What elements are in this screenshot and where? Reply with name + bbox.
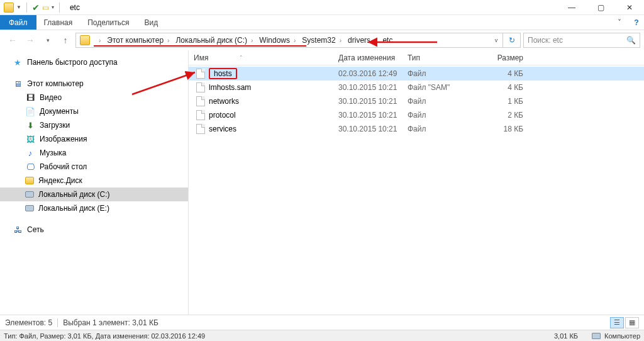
folder-icon <box>25 177 34 184</box>
sidebar-item-label: Документы <box>40 107 79 116</box>
sidebar-item-label: Яндекс.Диск <box>38 176 82 185</box>
sidebar-item-documents[interactable]: 📄Документы <box>0 104 188 118</box>
sidebar-item-downloads[interactable]: ⬇Загрузки <box>0 118 188 132</box>
file-type: Файл <box>402 111 472 120</box>
ribbon-tabs: Файл Главная Поделиться Вид ˅ ? <box>0 15 644 30</box>
new-folder-icon[interactable]: ▭ <box>42 3 49 12</box>
search-icon: 🔍 <box>626 36 636 45</box>
annotation-underline <box>94 45 306 47</box>
window-title: etc <box>70 3 80 12</box>
sidebar-item-local-disk-c[interactable]: Локальный диск (C:) <box>0 187 188 201</box>
view-large-icons-button[interactable]: ▦ <box>625 317 639 328</box>
file-date: 30.10.2015 10:21 <box>333 125 402 133</box>
close-button[interactable]: ✕ <box>615 0 644 15</box>
sidebar-item-desktop[interactable]: 🖵Рабочий стол <box>0 160 188 174</box>
sidebar-item-yandex-disk[interactable]: Яндекс.Диск <box>0 174 188 187</box>
help-icon[interactable]: ? <box>629 15 644 30</box>
file-icon <box>196 124 205 134</box>
music-icon: ♪ <box>25 148 35 158</box>
addressbar-dropdown-icon[interactable]: v <box>490 37 502 43</box>
file-icon <box>196 110 205 120</box>
column-header-size[interactable]: Размер <box>472 53 535 62</box>
properties-icon[interactable]: ✔ <box>32 3 40 13</box>
sidebar-item-this-pc[interactable]: 🖥 Этот компьютер <box>0 77 188 91</box>
file-type: Файл <box>402 97 472 106</box>
sidebar-item-label: Загрузки <box>40 121 70 130</box>
breadcrumb-segment[interactable]: drivers› <box>347 33 381 47</box>
file-view: Имя˄ Дата изменения Тип Размер hosts 02.… <box>189 50 644 321</box>
status-item-count: Элементов: 5 <box>5 318 52 327</box>
status-selection: Выбран 1 элемент: 3,01 КБ <box>63 318 158 327</box>
tab-home[interactable]: Главная <box>36 15 80 30</box>
file-icon <box>196 96 205 106</box>
sidebar-item-music[interactable]: ♪Музыка <box>0 146 188 160</box>
column-header-type[interactable]: Тип <box>402 53 472 62</box>
file-tab[interactable]: Файл <box>0 15 36 30</box>
maximize-button[interactable]: ▢ <box>586 0 615 15</box>
sidebar-item-videos[interactable]: 🎞Видео <box>0 91 188 104</box>
file-name: networks <box>209 97 239 106</box>
search-input[interactable]: Поиск: etc 🔍 <box>523 33 640 48</box>
file-size: 18 КБ <box>472 125 535 133</box>
sidebar-item-label: Локальный диск (E:) <box>38 204 109 213</box>
file-row[interactable]: networks 30.10.2015 10:21 Файл 1 КБ <box>189 94 644 108</box>
disk-icon <box>25 191 34 198</box>
navigation-pane: ★ Панель быстрого доступа 🖥 Этот компьют… <box>0 50 189 321</box>
column-headers: Имя˄ Дата изменения Тип Размер <box>189 50 644 65</box>
folder-icon[interactable] <box>4 3 14 13</box>
sidebar-item-label: Панель быстрого доступа <box>27 58 118 67</box>
breadcrumb-segment[interactable]: System32› <box>301 33 347 47</box>
navigation-row: ← → ▾ ↑ › Этот компьютер› Локальный диск… <box>0 30 644 50</box>
file-icon <box>196 82 205 92</box>
file-name: lmhosts.sam <box>209 83 251 92</box>
sidebar-item-network[interactable]: 🖧Сеть <box>0 223 188 237</box>
sidebar-item-label: Видео <box>40 93 62 102</box>
up-button[interactable]: ↑ <box>58 33 73 48</box>
column-header-name[interactable]: Имя˄ <box>189 53 333 62</box>
file-type: Файл "SAM" <box>402 83 472 92</box>
file-size: 4 КБ <box>472 69 535 78</box>
breadcrumb-segment[interactable]: etc <box>381 33 394 47</box>
back-button[interactable]: ← <box>5 33 20 48</box>
view-details-button[interactable]: ☰ <box>610 317 624 328</box>
file-date: 30.10.2015 10:21 <box>333 111 402 120</box>
minimize-button[interactable]: — <box>557 0 586 15</box>
details-text: Тип: Файл, Размер: 3,01 КБ, Дата изменен… <box>4 332 205 340</box>
file-size: 2 КБ <box>472 111 535 120</box>
file-row[interactable]: lmhosts.sam 30.10.2015 10:21 Файл "SAM" … <box>189 81 644 94</box>
sidebar-item-pictures[interactable]: 🖼Изображения <box>0 132 188 146</box>
download-icon: ⬇ <box>25 120 35 130</box>
forward-button[interactable]: → <box>23 33 38 48</box>
file-row[interactable]: protocol 30.10.2015 10:21 Файл 2 КБ <box>189 108 644 122</box>
file-name: services <box>209 125 236 133</box>
refresh-button[interactable]: ↻ <box>502 33 520 47</box>
desktop-icon: 🖵 <box>25 162 35 172</box>
details-bar: Тип: Файл, Размер: 3,01 КБ, Дата изменен… <box>0 330 644 341</box>
sidebar-item-local-disk-e[interactable]: Локальный диск (E:) <box>0 201 188 215</box>
file-row[interactable]: hosts 02.03.2016 12:49 Файл 4 КБ <box>189 67 644 81</box>
qat-dropdown-icon[interactable]: ▼ <box>16 4 21 10</box>
disk-icon <box>25 205 34 211</box>
file-name: hosts <box>209 68 237 79</box>
sidebar-item-label: Локальный диск (C:) <box>38 190 110 199</box>
details-location: Компьютер <box>604 332 640 340</box>
file-row[interactable]: services 30.10.2015 10:21 Файл 18 КБ <box>189 122 644 136</box>
pc-icon: 🖥 <box>13 79 23 89</box>
sidebar-item-label: Изображения <box>40 135 87 143</box>
addressbar-folder-icon <box>80 35 90 45</box>
ribbon-expand-icon[interactable]: ˅ <box>610 15 629 30</box>
file-date: 30.10.2015 10:21 <box>333 83 402 92</box>
search-placeholder: Поиск: etc <box>528 36 563 45</box>
file-date: 02.03.2016 12:49 <box>333 69 402 78</box>
sidebar-item-quick-access[interactable]: ★ Панель быстрого доступа <box>0 55 188 69</box>
tab-view[interactable]: Вид <box>136 15 165 30</box>
sidebar-item-label: Рабочий стол <box>40 162 87 171</box>
qat-more-icon[interactable]: ▾ <box>52 4 54 10</box>
details-size: 3,01 КБ <box>554 332 578 340</box>
tab-share[interactable]: Поделиться <box>80 15 136 30</box>
address-bar[interactable]: › Этот компьютер› Локальный диск (C:)› W… <box>75 33 521 48</box>
video-icon: 🎞 <box>25 92 35 103</box>
recent-locations-icon[interactable]: ▾ <box>40 33 55 48</box>
sort-asc-icon: ˄ <box>240 55 243 61</box>
column-header-date[interactable]: Дата изменения <box>333 53 402 62</box>
